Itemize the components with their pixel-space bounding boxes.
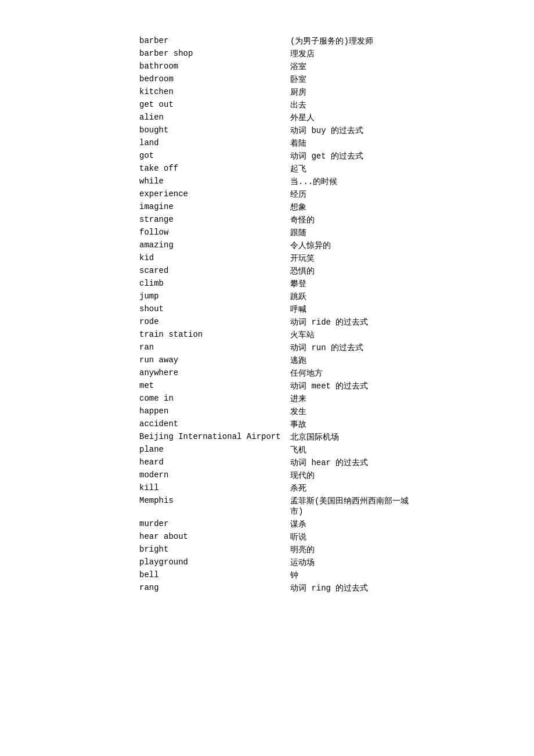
list-item: ran动词 run 的过去式 <box>0 341 534 354</box>
list-item: bathroom浴室 <box>0 60 534 73</box>
chinese-definition: 火车站 <box>255 330 418 340</box>
english-term: get out <box>0 100 255 110</box>
list-item: experience经历 <box>0 188 534 201</box>
chinese-definition: 杀死 <box>255 483 418 494</box>
english-term: imagine <box>0 202 255 213</box>
chinese-definition: (为男子服务的)理发师 <box>255 36 418 46</box>
chinese-definition: 飞机 <box>255 445 418 455</box>
chinese-definition: 跳跃 <box>255 291 418 302</box>
list-item: murder谋杀 <box>0 518 534 531</box>
chinese-definition: 任何地方 <box>255 368 418 379</box>
chinese-definition: 听说 <box>255 532 418 542</box>
chinese-definition: 动词 get 的过去式 <box>255 151 418 161</box>
list-item: bright明亮的 <box>0 543 534 556</box>
english-term: climb <box>0 279 255 289</box>
chinese-definition: 动词 meet 的过去式 <box>255 381 418 391</box>
list-item: while当...的时候 <box>0 175 534 188</box>
english-term: train station <box>0 330 255 340</box>
list-item: climb攀登 <box>0 278 534 290</box>
chinese-definition: 着陆 <box>255 138 418 149</box>
list-item: get out出去 <box>0 99 534 111</box>
english-term: run away <box>0 355 255 366</box>
list-item: alien外星人 <box>0 111 534 124</box>
english-term: playground <box>0 557 255 568</box>
list-item: imagine想象 <box>0 201 534 214</box>
chinese-definition: 攀登 <box>255 279 418 289</box>
chinese-definition: 外星人 <box>255 113 418 123</box>
list-item: got动词 get 的过去式 <box>0 150 534 163</box>
chinese-definition: 动词 buy 的过去式 <box>255 125 418 136</box>
list-item: land着陆 <box>0 137 534 150</box>
english-term: murder <box>0 519 255 530</box>
english-term: plane <box>0 445 255 455</box>
english-term: amazing <box>0 240 255 251</box>
chinese-definition: 运动场 <box>255 557 418 568</box>
list-item: come in进来 <box>0 393 534 405</box>
list-item: take off起飞 <box>0 163 534 175</box>
english-term: got <box>0 151 255 161</box>
chinese-definition: 厨房 <box>255 87 418 98</box>
list-item: bedroom卧室 <box>0 73 534 86</box>
list-item: jump跳跃 <box>0 290 534 303</box>
chinese-definition: 逃跑 <box>255 355 418 366</box>
english-term: ran <box>0 343 255 353</box>
chinese-definition: 动词 ride 的过去式 <box>255 317 418 327</box>
chinese-definition: 开玩笑 <box>255 253 418 264</box>
english-term: scared <box>0 266 255 276</box>
chinese-definition: 钟 <box>255 570 418 581</box>
list-item: train station火车站 <box>0 329 534 341</box>
list-item: Beijing International Airport北京国际机场 <box>0 431 534 444</box>
list-item: accident事故 <box>0 418 534 431</box>
list-item: plane飞机 <box>0 444 534 456</box>
list-item: rang动词 ring 的过去式 <box>0 582 534 595</box>
list-item: modern现代的 <box>0 469 534 482</box>
list-item: strange奇怪的 <box>0 214 534 226</box>
english-term: Memphis <box>0 496 255 517</box>
chinese-definition: 谋杀 <box>255 519 418 530</box>
english-term: heard <box>0 458 255 468</box>
list-item: met动词 meet 的过去式 <box>0 380 534 393</box>
english-term: bell <box>0 570 255 581</box>
list-item: rode动词 ride 的过去式 <box>0 316 534 329</box>
english-term: while <box>0 177 255 187</box>
list-item: run away逃跑 <box>0 354 534 367</box>
vocab-list: barber(为男子服务的)理发师barber shop理发店bathroom浴… <box>0 35 534 595</box>
english-term: land <box>0 138 255 149</box>
chinese-definition: 令人惊异的 <box>255 240 418 251</box>
chinese-definition: 进来 <box>255 394 418 404</box>
english-term: take off <box>0 164 255 174</box>
english-term: kid <box>0 253 255 264</box>
chinese-definition: 事故 <box>255 419 418 430</box>
chinese-definition: 浴室 <box>255 62 418 72</box>
chinese-definition: 动词 hear 的过去式 <box>255 458 418 468</box>
english-term: hear about <box>0 532 255 542</box>
english-term: accident <box>0 419 255 430</box>
english-term: kill <box>0 483 255 494</box>
list-item: shout呼喊 <box>0 303 534 316</box>
english-term: experience <box>0 189 255 200</box>
list-item: kid开玩笑 <box>0 252 534 265</box>
english-term: barber shop <box>0 49 255 59</box>
english-term: come in <box>0 394 255 404</box>
chinese-definition: 现代的 <box>255 470 418 481</box>
chinese-definition: 出去 <box>255 100 418 110</box>
list-item: follow跟随 <box>0 226 534 239</box>
english-term: barber <box>0 36 255 46</box>
chinese-definition: 卧室 <box>255 74 418 85</box>
list-item: amazing令人惊异的 <box>0 239 534 252</box>
english-term: happen <box>0 406 255 417</box>
english-term: bedroom <box>0 74 255 85</box>
list-item: bought动词 buy 的过去式 <box>0 124 534 137</box>
list-item: barber shop理发店 <box>0 48 534 60</box>
list-item: kill杀死 <box>0 482 534 495</box>
list-item: Memphis孟菲斯(美国田纳西州西南部一城市) <box>0 495 534 518</box>
english-term: bright <box>0 545 255 555</box>
english-term: rode <box>0 317 255 327</box>
chinese-definition: 起飞 <box>255 164 418 174</box>
chinese-definition: 动词 ring 的过去式 <box>255 583 418 593</box>
english-term: jump <box>0 291 255 302</box>
list-item: hear about听说 <box>0 531 534 543</box>
chinese-definition: 想象 <box>255 202 418 213</box>
english-term: modern <box>0 470 255 481</box>
list-item: bell钟 <box>0 569 534 582</box>
